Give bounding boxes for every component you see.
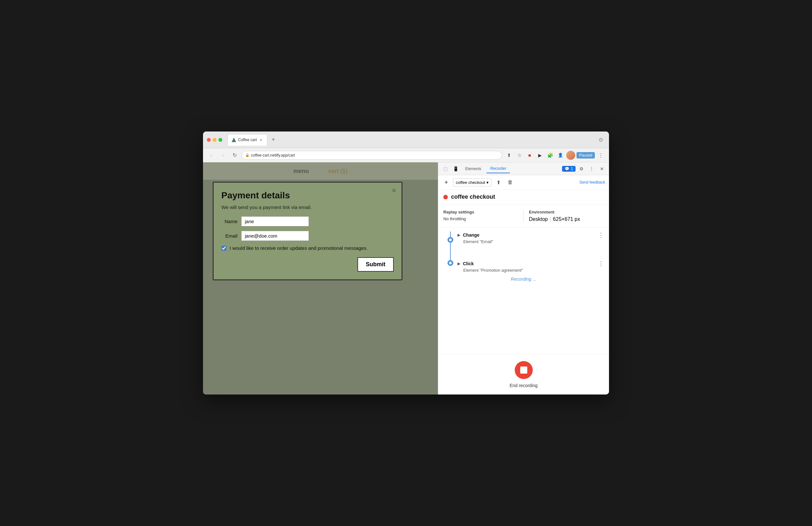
modal-overlay: ✕ Payment details We will send you a pay…: [203, 162, 438, 394]
main-area: menu cart (1) Total: $19.00 Ca... $1... …: [203, 162, 609, 394]
share-icon[interactable]: ⬆: [505, 151, 513, 160]
step-2-menu-icon[interactable]: ⋮: [598, 260, 604, 267]
more-options-icon[interactable]: ⋮: [587, 164, 596, 173]
submit-button[interactable]: Submit: [358, 257, 394, 272]
delete-button[interactable]: 🗑: [506, 178, 515, 187]
chat-count: 1: [571, 167, 573, 171]
step-1: ▶ Change ⋮ Element "Email": [458, 231, 604, 244]
modal-title: Payment details: [221, 190, 394, 201]
timeline: ▶ Change ⋮ Element "Email" ▶ Click ⋮: [443, 228, 604, 273]
step-2-expand-icon[interactable]: ▶: [458, 261, 460, 266]
environment-value: Desktop | 625×671 px: [529, 216, 604, 222]
browser-content: menu cart (1) Total: $19.00 Ca... $1... …: [203, 162, 438, 394]
stop-icon: [520, 366, 527, 374]
env-device: Desktop: [529, 216, 548, 222]
extension-icon-dark[interactable]: ▶: [535, 151, 544, 160]
timeline-connector: [448, 231, 452, 273]
stop-recording-button[interactable]: [515, 361, 533, 379]
current-recording-name: coffee checkout: [451, 194, 495, 200]
browser-window: Coffee cart ✕ + ⊙ ‹ › ↻ 🔒 coffee-cart.ne…: [203, 132, 609, 394]
promotion-checkbox-row: I would like to receive order updates an…: [221, 245, 394, 251]
fullscreen-button[interactable]: ⊙: [596, 135, 605, 144]
recorder-toolbar: + coffee checkout ▾ ⬆ 🗑 Send feedback: [438, 175, 609, 190]
tab-close-button[interactable]: ✕: [259, 138, 263, 142]
step-2-header: ▶ Click ⋮: [458, 260, 604, 267]
step-2-element: Element "Promotion agreement": [463, 268, 604, 273]
device-toolbar-icon[interactable]: 📱: [451, 164, 460, 173]
name-label: Name: [221, 219, 237, 224]
maximize-button[interactable]: [218, 138, 222, 142]
env-resolution: 625×671 px: [553, 216, 580, 222]
recording-name-row: coffee checkout: [438, 190, 609, 205]
nav-bar: ‹ › ↻ 🔒 coffee-cart.netlify.app/cart ⬆ ☆…: [203, 148, 609, 162]
url-bar[interactable]: 🔒 coffee-cart.netlify.app/cart: [242, 151, 502, 160]
send-feedback-link[interactable]: Send feedback: [579, 180, 605, 184]
devtools-tabs: ⬚ 📱 Elements Recorder 💬 1 ⚙ ⋮ ✕: [438, 162, 609, 175]
steps-content: ▶ Change ⋮ Element "Email" ▶ Click ⋮: [458, 231, 604, 273]
paused-button[interactable]: Paused: [577, 152, 595, 159]
tab-bar: Coffee cart ✕ +: [228, 134, 594, 146]
tab-elements[interactable]: Elements: [461, 165, 485, 173]
step-2-type: Click: [463, 261, 474, 266]
bookmark-icon[interactable]: ☆: [515, 151, 524, 160]
name-input[interactable]: [241, 216, 309, 226]
modal-description: We will send you a payment link via emai…: [221, 205, 394, 210]
profile-icon[interactable]: 👤: [556, 151, 565, 160]
step-1-menu-icon[interactable]: ⋮: [598, 231, 604, 239]
inspector-tool-icon[interactable]: ⬚: [441, 164, 450, 173]
environment-col: Environment Desktop | 625×671 px: [529, 210, 604, 222]
recording-dot-icon: [443, 195, 448, 199]
title-bar: Coffee cart ✕ + ⊙: [203, 132, 609, 148]
browser-tab[interactable]: Coffee cart ✕: [228, 134, 267, 146]
replay-settings-label: Replay settings: [443, 210, 518, 214]
new-tab-button[interactable]: +: [269, 135, 278, 144]
payment-modal: ✕ Payment details We will send you a pay…: [213, 182, 403, 280]
recording-status: Recording ...: [443, 273, 604, 286]
url-text: coffee-cart.netlify.app/cart: [251, 153, 295, 157]
devtools-panel: ⬚ 📱 Elements Recorder 💬 1 ⚙ ⋮ ✕ +: [438, 162, 609, 394]
reload-button[interactable]: ↻: [230, 151, 239, 160]
recording-name-option: coffee checkout: [456, 180, 485, 185]
forward-button[interactable]: ›: [218, 151, 228, 160]
profile-avatar[interactable]: [566, 151, 575, 160]
back-button[interactable]: ‹: [207, 151, 216, 160]
nav-icons: ⬆ ☆ ■ ▶ 🧩 👤 Paused ⋮: [505, 151, 605, 160]
close-button[interactable]: [207, 138, 211, 142]
step-2-dot: [448, 261, 452, 265]
devtools-tab-icons: 💬 1 ⚙ ⋮ ✕: [562, 164, 606, 173]
traffic-lights: [207, 138, 222, 142]
chat-icon: 💬: [565, 167, 569, 171]
promotion-label: I would like to receive order updates an…: [230, 245, 368, 251]
settings-divider: [523, 210, 524, 222]
modal-footer: Submit: [221, 257, 394, 272]
email-input[interactable]: [241, 231, 309, 241]
tab-title: Coffee cart: [238, 138, 257, 142]
extension-icon-red[interactable]: ■: [525, 151, 534, 160]
step-1-type: Change: [463, 232, 479, 238]
menu-dots-icon[interactable]: ⋮: [596, 151, 605, 160]
add-recording-button[interactable]: +: [442, 178, 450, 186]
throttling-col: Replay settings No throttling: [443, 210, 518, 222]
minimize-button[interactable]: [213, 138, 217, 142]
email-form-row: Email: [221, 231, 394, 241]
chevron-down-icon: ▾: [487, 180, 489, 185]
chat-badge[interactable]: 💬 1: [562, 166, 576, 172]
tab-favicon-icon: [232, 138, 236, 142]
step-2: ▶ Click ⋮ Element "Promotion agreement": [458, 260, 604, 273]
environment-label: Environment: [529, 210, 604, 214]
email-label: Email: [221, 233, 237, 239]
close-devtools-icon[interactable]: ✕: [597, 164, 606, 173]
modal-close-button[interactable]: ✕: [392, 187, 396, 194]
end-recording-area: End recording: [438, 354, 609, 394]
step-1-expand-icon[interactable]: ▶: [458, 233, 460, 237]
puzzle-icon[interactable]: 🧩: [546, 151, 555, 160]
step-1-dot: [448, 238, 452, 242]
settings-icon[interactable]: ⚙: [577, 164, 586, 173]
lock-icon: 🔒: [245, 153, 250, 157]
promotion-checkbox[interactable]: [221, 246, 227, 251]
tab-recorder[interactable]: Recorder: [487, 164, 510, 173]
name-form-row: Name: [221, 216, 394, 226]
throttling-value[interactable]: No throttling: [443, 216, 518, 221]
recording-select[interactable]: coffee checkout ▾: [453, 178, 492, 186]
export-button[interactable]: ⬆: [494, 178, 503, 187]
